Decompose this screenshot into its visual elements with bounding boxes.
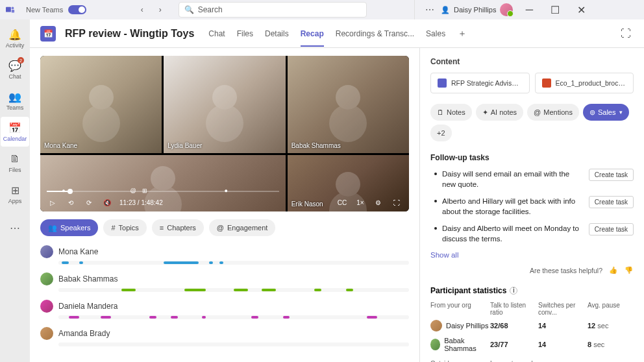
nav-rail: 🔔Activity💬Chat2👥Teams📅Calendar🗎Files⊞App… bbox=[0, 19, 30, 362]
thumbs-down-icon[interactable]: 👎 bbox=[623, 265, 634, 276]
pill-speakers[interactable]: 👥Speakers bbox=[40, 219, 98, 236]
maximize-button[interactable]: ☐ bbox=[545, 0, 565, 19]
video-tile[interactable]: ● @ ⊞ ● ▷ ⟲ ⟳ 🔇 11:23 / 1:48:42 bbox=[40, 155, 286, 211]
video-controls-right: CC 1× ⚙ ⛶ bbox=[288, 193, 409, 211]
create-task-button[interactable]: Create task bbox=[589, 196, 634, 208]
add-tab-button[interactable]: ＋ bbox=[454, 26, 470, 42]
speaker-timeline[interactable] bbox=[58, 261, 409, 265]
tab-details[interactable]: Details bbox=[265, 21, 289, 47]
minimize-button[interactable]: ─ bbox=[519, 0, 539, 19]
video-tile[interactable]: Lydia Bauer bbox=[164, 56, 285, 153]
more-menu-button[interactable]: ⋯ bbox=[425, 5, 434, 15]
feedback-label: Are these tasks helpful? bbox=[530, 267, 602, 274]
info-icon[interactable]: i bbox=[510, 287, 517, 295]
speaker-name: Daniela Mandera bbox=[58, 302, 118, 311]
video-tile[interactable]: Babak Shammas bbox=[288, 56, 409, 153]
chip-icon: ⊚ bbox=[589, 108, 595, 117]
pill-chapters[interactable]: ≡Chapters bbox=[152, 219, 204, 236]
teams-app-icon bbox=[5, 5, 16, 15]
current-user[interactable]: 👤 Daisy Phillips bbox=[441, 3, 513, 16]
file-name: Eco_1_product_brochure.pptx bbox=[556, 79, 627, 87]
skip-back-button[interactable]: ⟲ bbox=[65, 197, 77, 208]
chip-notes[interactable]: 🗒Notes bbox=[430, 104, 472, 121]
col-header: Longest monologue bbox=[490, 360, 634, 362]
col-header: Switches per conv... bbox=[538, 302, 588, 316]
avatar bbox=[40, 272, 53, 285]
nav-item-teams[interactable]: 👥Teams bbox=[1, 86, 29, 115]
tab-sales[interactable]: Sales bbox=[426, 21, 445, 47]
file-name: RFP Strategic Advisory - Wingtip Toys bbox=[451, 79, 523, 87]
fullscreen-button[interactable]: ⛶ bbox=[391, 197, 402, 208]
teams-file-icon bbox=[438, 78, 447, 88]
chip-sales[interactable]: ⊚Sales▾ bbox=[583, 104, 630, 121]
content-file[interactable]: Eco_1_product_brochure.pptx bbox=[535, 73, 634, 93]
create-task-button[interactable]: Create task bbox=[589, 223, 634, 235]
tile-name: Mona Kane bbox=[44, 142, 77, 149]
col-header: From your org bbox=[430, 302, 490, 316]
task-feedback: Are these tasks helpful? 👍 👎 bbox=[430, 265, 634, 276]
nav-item-apps[interactable]: ⊞Apps bbox=[1, 179, 29, 209]
speaker-row: Babak Shammas bbox=[40, 272, 409, 292]
chip-2[interactable]: +2 bbox=[430, 125, 452, 141]
nav-more-button[interactable]: ⋯ bbox=[1, 213, 29, 243]
pill-topics[interactable]: #Topics bbox=[103, 219, 146, 236]
title-bar: New Teams ‹ › 🔍 Search ⋯ 👤 Daisy Phillip… bbox=[0, 0, 644, 19]
stats-title: Participant statistics i bbox=[430, 286, 634, 295]
nav-item-chat[interactable]: 💬Chat2 bbox=[1, 54, 29, 84]
nav-back-button[interactable]: ‹ bbox=[134, 2, 150, 18]
participant-name: Babak Shammas bbox=[444, 337, 490, 352]
filter-pills: 👥Speakers#Topics≡Chapters@Engagement bbox=[40, 219, 409, 236]
user-avatar bbox=[500, 3, 513, 16]
cc-button[interactable]: CC bbox=[336, 197, 348, 208]
create-task-button[interactable]: Create task bbox=[589, 169, 634, 181]
user-name: Daisy Phillips bbox=[454, 6, 496, 14]
tab-chat[interactable]: Chat bbox=[208, 21, 225, 47]
task-text: Alberto and Hillary will get back with i… bbox=[442, 196, 584, 217]
chip-icon: ✦ bbox=[482, 108, 488, 117]
stat-row: Babak Shammas23/77148 sec bbox=[430, 337, 634, 352]
topics-icon: # bbox=[111, 224, 115, 232]
speaker-name: Mona Kane bbox=[58, 247, 98, 256]
speaker-timeline[interactable] bbox=[58, 288, 409, 292]
nav-forward-button[interactable]: › bbox=[153, 2, 168, 18]
pill-engagement[interactable]: @Engagement bbox=[209, 219, 276, 236]
tab-recap[interactable]: Recap bbox=[301, 21, 324, 47]
play-button[interactable]: ▷ bbox=[47, 197, 58, 208]
task-item: Daisy will send email an email with the … bbox=[430, 169, 634, 189]
svg-rect-2 bbox=[12, 10, 14, 12]
speaker-timeline[interactable] bbox=[58, 343, 409, 346]
speaker-timelines: Mona KaneBabak ShammasDaniela ManderaAma… bbox=[40, 245, 409, 354]
video-grid: Mona Kane Lydia Bauer Babak Shammas ● @ … bbox=[40, 56, 409, 211]
ppt-file-icon bbox=[542, 78, 551, 88]
user-icon: 👤 bbox=[441, 6, 450, 14]
speed-button[interactable]: 1× bbox=[354, 197, 366, 208]
badge: 2 bbox=[18, 57, 24, 64]
nav-item-calendar[interactable]: 📅Calendar bbox=[1, 117, 29, 147]
avatar bbox=[430, 320, 442, 332]
search-box[interactable]: 🔍 Search bbox=[179, 2, 367, 18]
speaker-row: Mona Kane bbox=[40, 245, 409, 265]
new-teams-toggle[interactable] bbox=[68, 5, 86, 14]
chip-ainotes[interactable]: ✦AI notes bbox=[476, 104, 523, 121]
skip-fwd-button[interactable]: ⟳ bbox=[83, 197, 95, 208]
tab-recordings-transc-[interactable]: Recordings & Transc... bbox=[336, 21, 414, 47]
volume-button[interactable]: 🔇 bbox=[101, 197, 113, 208]
col-header: Avg. pause bbox=[588, 302, 626, 316]
speaker-timeline[interactable] bbox=[58, 315, 409, 319]
close-button[interactable]: ✕ bbox=[571, 0, 591, 19]
tile-name: Babak Shammas bbox=[291, 142, 341, 149]
video-tile[interactable]: Mona Kane bbox=[40, 56, 162, 153]
nav-item-files[interactable]: 🗎Files bbox=[1, 148, 29, 178]
show-all-tasks-link[interactable]: Show all bbox=[430, 251, 634, 259]
expand-button[interactable]: ⛶ bbox=[618, 26, 634, 42]
col-header: Outside your org bbox=[430, 360, 490, 362]
content-file[interactable]: RFP Strategic Advisory - Wingtip Toys bbox=[430, 73, 530, 93]
chip-mentions[interactable]: @Mentions bbox=[527, 104, 579, 121]
thumbs-up-icon[interactable]: 👍 bbox=[608, 265, 618, 276]
video-tile[interactable]: Erik Nason CC 1× ⚙ ⛶ bbox=[288, 155, 409, 211]
settings-button[interactable]: ⚙ bbox=[373, 197, 384, 208]
chip-icon: 🗒 bbox=[437, 108, 444, 116]
nav-item-activity[interactable]: 🔔Activity bbox=[1, 23, 29, 53]
video-progress[interactable]: ● @ ⊞ ● bbox=[47, 191, 279, 192]
tab-files[interactable]: Files bbox=[237, 21, 253, 47]
